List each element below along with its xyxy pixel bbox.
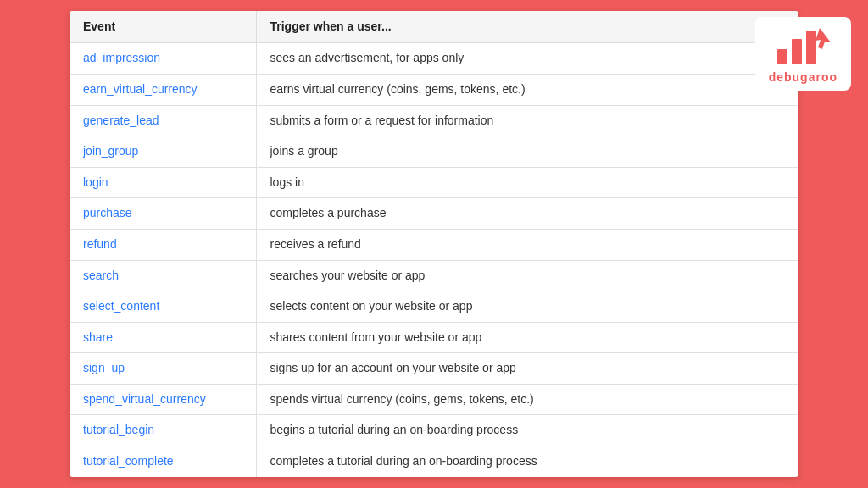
table-row: tutorial_completecompletes a tutorial du…	[70, 446, 798, 477]
trigger-cell: joins a group	[256, 136, 798, 168]
table-header-row: Event Trigger when a user...	[70, 11, 798, 42]
event-cell: generate_lead	[70, 105, 256, 136]
table-row: searchsearches your website or app	[70, 260, 798, 291]
trigger-column-header: Trigger when a user...	[256, 11, 798, 42]
event-link[interactable]: purchase	[83, 206, 132, 219]
events-table: Event Trigger when a user... ad_impressi…	[70, 11, 798, 476]
table-row: spend_virtual_currencyspends virtual cur…	[70, 384, 798, 415]
trigger-cell: logs in	[256, 167, 798, 198]
trigger-cell: shares content from your website or app	[256, 322, 798, 353]
trigger-cell: earns virtual currency (coins, gems, tok…	[256, 74, 798, 105]
trigger-cell: completes a tutorial during an on-boardi…	[256, 446, 798, 477]
table-body: ad_impressionsees an advertisement, for …	[70, 42, 798, 476]
table-row: sign_upsigns up for an account on your w…	[70, 353, 798, 385]
table-row: shareshares content from your website or…	[70, 322, 798, 353]
svg-rect-2	[806, 30, 816, 64]
event-cell: purchase	[70, 198, 256, 230]
event-link[interactable]: sign_up	[83, 361, 125, 374]
trigger-cell: signs up for an account on your website …	[256, 353, 798, 385]
trigger-cell: spends virtual currency (coins, gems, to…	[256, 384, 798, 415]
table-row: tutorial_beginbegins a tutorial during a…	[70, 415, 798, 446]
table-container: Event Trigger when a user... ad_impressi…	[70, 11, 798, 476]
trigger-cell: completes a purchase	[256, 198, 798, 230]
event-link[interactable]: refund	[83, 237, 117, 251]
event-cell: sign_up	[70, 353, 256, 385]
event-link[interactable]: tutorial_begin	[83, 423, 154, 436]
event-cell: tutorial_complete	[70, 446, 256, 477]
trigger-cell: submits a form or a request for informat…	[256, 105, 798, 136]
logo-container: debugaroo	[755, 17, 851, 91]
event-cell: login	[70, 167, 256, 198]
svg-rect-0	[777, 49, 787, 64]
event-cell: search	[70, 260, 256, 291]
svg-rect-1	[792, 39, 802, 64]
logo-text: debugaroo	[765, 70, 841, 84]
event-cell: refund	[70, 229, 256, 260]
event-cell: join_group	[70, 136, 256, 168]
table-row: earn_virtual_currencyearns virtual curre…	[70, 74, 798, 105]
event-link[interactable]: select_content	[83, 299, 159, 313]
table-row: ad_impressionsees an advertisement, for …	[70, 42, 798, 74]
event-column-header: Event	[70, 11, 256, 42]
event-cell: ad_impression	[70, 42, 256, 74]
event-cell: spend_virtual_currency	[70, 384, 256, 415]
page-wrapper: debugaroo Event Trigger when a user... a…	[0, 0, 868, 488]
logo-area: debugaroo	[755, 17, 851, 91]
event-link[interactable]: share	[83, 330, 113, 344]
table-row: loginlogs in	[70, 167, 798, 198]
event-cell: earn_virtual_currency	[70, 74, 256, 105]
event-cell: tutorial_begin	[70, 415, 256, 446]
logo-icon	[773, 24, 832, 70]
table-row: select_contentselects content on your we…	[70, 291, 798, 323]
event-link[interactable]: generate_lead	[83, 114, 159, 127]
event-link[interactable]: join_group	[83, 144, 138, 158]
trigger-cell: searches your website or app	[256, 260, 798, 291]
table-row: refundreceives a refund	[70, 229, 798, 260]
table-row: join_groupjoins a group	[70, 136, 798, 168]
event-cell: select_content	[70, 291, 256, 323]
trigger-cell: begins a tutorial during an on-boarding …	[256, 415, 798, 446]
event-cell: share	[70, 322, 256, 353]
trigger-cell: sees an advertisement, for apps only	[256, 42, 798, 74]
event-link[interactable]: login	[83, 175, 108, 189]
svg-marker-3	[815, 28, 831, 49]
trigger-cell: selects content on your website or app	[256, 291, 798, 323]
table-row: generate_leadsubmits a form or a request…	[70, 105, 798, 136]
event-link[interactable]: ad_impression	[83, 51, 160, 64]
event-link[interactable]: search	[83, 269, 119, 282]
table-row: purchasecompletes a purchase	[70, 198, 798, 230]
event-link[interactable]: earn_virtual_currency	[83, 82, 198, 96]
event-link[interactable]: tutorial_complete	[83, 454, 174, 468]
trigger-cell: receives a refund	[256, 229, 798, 260]
event-link[interactable]: spend_virtual_currency	[83, 392, 206, 406]
